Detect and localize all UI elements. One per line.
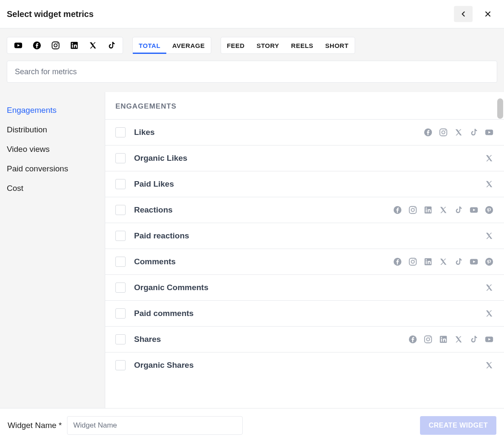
facebook-icon: [32, 41, 42, 50]
platform-tab-youtube[interactable]: [9, 37, 28, 53]
metric-checkbox[interactable]: [115, 231, 126, 241]
metric-platform-icons: [423, 128, 494, 137]
close-icon: [484, 10, 492, 18]
scrollbar-thumb[interactable]: [497, 98, 503, 119]
tab-reels[interactable]: REELS: [285, 37, 319, 53]
youtube-icon: [469, 257, 479, 266]
youtube-icon: [469, 205, 479, 215]
metric-label: Shares: [134, 335, 408, 344]
metric-platform-icons: [484, 154, 494, 163]
metric-row: Paid Likes: [105, 171, 504, 197]
search-input[interactable]: [7, 61, 497, 83]
metric-platform-icons: [484, 361, 494, 370]
tab-story[interactable]: STORY: [251, 37, 285, 53]
sidebar-item-video_views[interactable]: Video views: [7, 140, 98, 159]
metric-checkbox[interactable]: [115, 308, 126, 319]
metric-row: Reactions: [105, 197, 504, 223]
metric-row: Comments: [105, 249, 504, 274]
platform-tab-tiktok[interactable]: [102, 37, 121, 53]
linkedin-icon: [70, 41, 79, 50]
tab-feed[interactable]: FEED: [221, 37, 251, 53]
metric-platform-icons: [484, 179, 494, 189]
dialog-title: Select widget metrics: [7, 9, 94, 19]
facebook-icon: [393, 205, 402, 215]
tab-short[interactable]: SHORT: [319, 37, 355, 53]
metric-label: Comments: [134, 257, 393, 266]
close-button[interactable]: [479, 6, 497, 22]
metric-label: Paid reactions: [134, 231, 484, 241]
facebook-icon: [393, 257, 402, 266]
back-button[interactable]: [454, 6, 473, 22]
sidebar-item-cost[interactable]: Cost: [7, 179, 98, 198]
sidebar-item-distribution[interactable]: Distribution: [7, 120, 98, 140]
footer: Widget Name * CREATE WIDGET: [0, 408, 504, 442]
youtube-icon: [484, 128, 494, 137]
instagram-icon: [51, 41, 60, 50]
tiktok-icon: [454, 205, 463, 215]
metric-row: Paid comments: [105, 300, 504, 326]
x-icon: [454, 128, 463, 137]
metric-label: Paid Likes: [134, 179, 484, 189]
metric-label: Organic Likes: [134, 154, 484, 163]
instagram-icon: [408, 257, 417, 266]
metric-platform-icons: [393, 257, 494, 266]
metric-row: Likes: [105, 119, 504, 145]
tiktok-icon: [469, 128, 479, 137]
metric-label: Likes: [134, 128, 423, 137]
metric-checkbox[interactable]: [115, 334, 126, 344]
metric-checkbox[interactable]: [115, 179, 126, 189]
metric-checkbox[interactable]: [115, 283, 126, 293]
sidebar-item-paid_conversions[interactable]: Paid conversions: [7, 159, 98, 179]
category-sidebar: EngagementsDistributionVideo viewsPaid c…: [0, 92, 105, 408]
linkedin-icon: [423, 257, 433, 266]
tab-total[interactable]: TOTAL: [133, 37, 166, 53]
widget-name-input[interactable]: [67, 416, 243, 435]
metric-checkbox[interactable]: [115, 205, 126, 215]
tiktok-icon: [454, 257, 463, 266]
metric-row: Shares: [105, 326, 504, 352]
x-icon: [484, 179, 494, 189]
create-widget-button[interactable]: CREATE WIDGET: [420, 416, 496, 435]
instagram-icon: [423, 335, 433, 344]
pinterest-icon: [484, 257, 494, 266]
metric-row: Organic Comments: [105, 274, 504, 300]
youtube-icon: [14, 41, 23, 50]
metric-checkbox[interactable]: [115, 257, 126, 267]
x-icon: [88, 41, 98, 50]
metric-checkbox[interactable]: [115, 360, 126, 370]
facebook-icon: [423, 128, 433, 137]
metric-label: Organic Comments: [134, 283, 484, 292]
metric-platform-icons: [484, 309, 494, 318]
metric-platform-icons: [408, 335, 494, 344]
widget-name-label: Widget Name *: [8, 421, 62, 430]
dialog-header: Select widget metrics: [0, 0, 504, 28]
content-type-tabs: FEED STORY REELS SHORT: [221, 37, 355, 54]
aggregation-tabs: TOTAL AVERAGE: [132, 37, 211, 54]
platform-tab-facebook[interactable]: [28, 37, 46, 53]
platform-tab-x[interactable]: [84, 37, 102, 53]
youtube-icon: [484, 335, 494, 344]
x-icon: [484, 154, 494, 163]
tab-average[interactable]: AVERAGE: [166, 37, 211, 53]
tiktok-icon: [107, 41, 116, 50]
linkedin-icon: [423, 205, 433, 215]
metric-platform-icons: [484, 283, 494, 292]
section-heading: ENGAGEMENTS: [105, 92, 504, 119]
facebook-icon: [408, 335, 417, 344]
instagram-icon: [439, 128, 448, 137]
metric-row: Organic Shares: [105, 352, 504, 378]
metric-row: Paid reactions: [105, 223, 504, 249]
pinterest-icon: [484, 205, 494, 215]
metric-row: Organic Likes: [105, 145, 504, 171]
platform-tab-instagram[interactable]: [46, 37, 65, 53]
x-icon: [484, 283, 494, 292]
metric-platform-icons: [393, 205, 494, 215]
platform-tab-linkedin[interactable]: [65, 37, 84, 53]
metric-checkbox[interactable]: [115, 153, 126, 163]
linkedin-icon: [439, 335, 448, 344]
x-icon: [484, 309, 494, 318]
toolbar: TOTAL AVERAGE FEED STORY REELS SHORT: [0, 28, 504, 59]
sidebar-item-engagements[interactable]: Engagements: [7, 101, 98, 120]
metric-checkbox[interactable]: [115, 127, 126, 137]
tiktok-icon: [469, 335, 479, 344]
